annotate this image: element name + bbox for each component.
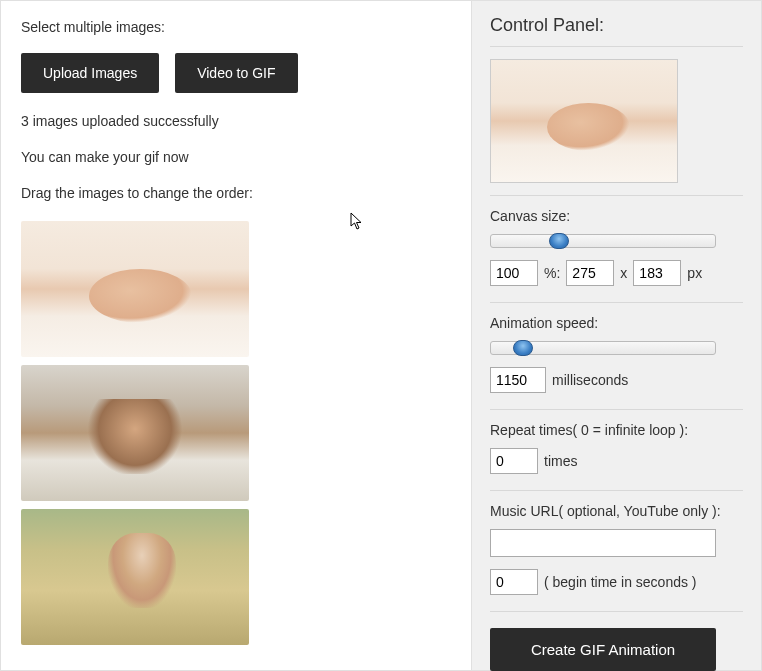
- drag-order-message: Drag the images to change the order:: [21, 185, 451, 201]
- divider: [490, 409, 743, 410]
- upload-status-text: 3 images uploaded successfully: [21, 113, 451, 129]
- repeat-times-input[interactable]: [490, 448, 538, 474]
- image-thumb-list: [21, 221, 451, 645]
- make-gif-message: You can make your gif now: [21, 149, 451, 165]
- music-begin-time-input[interactable]: [490, 569, 538, 595]
- upload-button-row: Upload Images Video to GIF: [21, 53, 451, 93]
- control-panel-title: Control Panel:: [490, 15, 743, 36]
- repeat-times-label: Repeat times( 0 = infinite loop ):: [490, 422, 743, 438]
- px-label: px: [687, 265, 702, 281]
- canvas-size-inputs: %: x px: [490, 260, 743, 286]
- canvas-size-section: Canvas size: %: x px: [490, 208, 743, 286]
- slider-thumb[interactable]: [513, 340, 533, 356]
- upload-images-button[interactable]: Upload Images: [21, 53, 159, 93]
- animation-speed-input[interactable]: [490, 367, 546, 393]
- canvas-height-input[interactable]: [633, 260, 681, 286]
- app-container: Select multiple images: Upload Images Vi…: [0, 0, 762, 671]
- times-label: times: [544, 453, 577, 469]
- image-thumb[interactable]: [21, 509, 249, 645]
- canvas-percent-input[interactable]: [490, 260, 538, 286]
- animation-speed-slider[interactable]: [490, 341, 716, 355]
- canvas-width-input[interactable]: [566, 260, 614, 286]
- slider-thumb[interactable]: [549, 233, 569, 249]
- x-separator: x: [620, 265, 627, 281]
- divider: [490, 195, 743, 196]
- image-thumb[interactable]: [21, 221, 249, 357]
- control-panel: Control Panel: Canvas size: %: x px Anim…: [471, 1, 761, 670]
- music-url-section: Music URL( optional, YouTube only ): ( b…: [490, 503, 743, 595]
- begin-time-label: ( begin time in seconds ): [544, 574, 697, 590]
- canvas-size-slider[interactable]: [490, 234, 716, 248]
- divider: [490, 611, 743, 612]
- left-panel: Select multiple images: Upload Images Vi…: [1, 1, 471, 670]
- repeat-times-section: Repeat times( 0 = infinite loop ): times: [490, 422, 743, 474]
- music-url-label: Music URL( optional, YouTube only ):: [490, 503, 743, 519]
- repeat-times-inputs: times: [490, 448, 743, 474]
- preview-image: [490, 59, 678, 183]
- milliseconds-label: milliseconds: [552, 372, 628, 388]
- animation-speed-inputs: milliseconds: [490, 367, 743, 393]
- canvas-size-label: Canvas size:: [490, 208, 743, 224]
- music-url-input[interactable]: [490, 529, 716, 557]
- animation-speed-label: Animation speed:: [490, 315, 743, 331]
- divider: [490, 46, 743, 47]
- image-thumb[interactable]: [21, 365, 249, 501]
- divider: [490, 302, 743, 303]
- percent-separator: %:: [544, 265, 560, 281]
- select-images-label: Select multiple images:: [21, 19, 451, 35]
- animation-speed-section: Animation speed: milliseconds: [490, 315, 743, 393]
- create-gif-button[interactable]: Create GIF Animation: [490, 628, 716, 671]
- divider: [490, 490, 743, 491]
- music-begin-inputs: ( begin time in seconds ): [490, 569, 743, 595]
- video-to-gif-button[interactable]: Video to GIF: [175, 53, 297, 93]
